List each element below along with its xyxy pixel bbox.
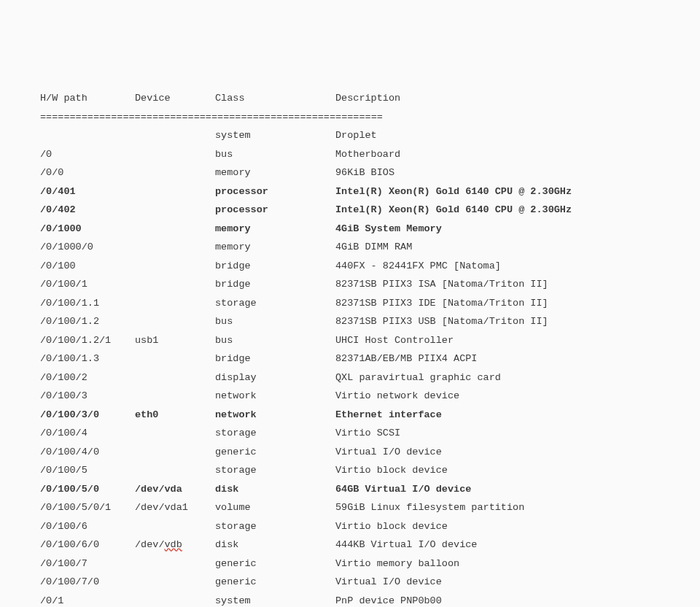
table-row: /0/402processorIntel(R) Xeon(R) Gold 614…: [40, 201, 660, 220]
cell-desc: 82371SB PIIX3 ISA [Natoma/Triton II]: [335, 275, 660, 294]
cell-class: bus: [215, 145, 335, 164]
cell-device: [135, 201, 215, 220]
lshw-output: H/W pathDeviceClassDescription==========…: [40, 89, 660, 607]
cell-device: [135, 257, 215, 276]
table-row: /0/100/6storageVirtio block device: [40, 517, 660, 536]
cell-desc: Virtual I/O device: [335, 573, 660, 592]
cell-class: storage: [215, 517, 335, 536]
cell-desc: 440FX - 82441FX PMC [Natoma]: [335, 257, 660, 276]
cell-path: /0/100/1.3: [40, 349, 135, 368]
cell-desc: QXL paravirtual graphic card: [335, 368, 660, 387]
cell-device: [135, 238, 215, 257]
cell-path: /0/402: [40, 201, 135, 220]
cell-path: /0/100/5/0/1: [40, 498, 135, 517]
cell-desc: Motherboard: [335, 145, 660, 164]
col-device: Device: [135, 89, 215, 108]
table-row: /0/1000memory4GiB System Memory: [40, 220, 660, 239]
cell-path: /0/100/5: [40, 461, 135, 480]
cell-class: network: [215, 406, 335, 425]
cell-path: /0/100/6/0: [40, 536, 135, 554]
cell-path: /0/1: [40, 592, 135, 608]
cell-desc: PnP device PNP0b00: [335, 592, 660, 608]
cell-desc: 82371SB PIIX3 IDE [Natoma/Triton II]: [335, 294, 660, 313]
cell-desc: Intel(R) Xeon(R) Gold 6140 CPU @ 2.30GHz: [335, 201, 660, 220]
table-row: /0/100bridge440FX - 82441FX PMC [Natoma]: [40, 257, 660, 276]
cell-class: network: [215, 387, 335, 406]
cell-desc: UHCI Host Controller: [335, 331, 660, 350]
table-row: /0busMotherboard: [40, 145, 660, 164]
cell-device: [135, 554, 215, 573]
table-row: /0/100/6/0/dev/vdbdisk444KB Virtual I/O …: [40, 536, 660, 554]
cell-desc: 59GiB Linux filesystem partition: [335, 498, 660, 517]
cell-class: storage: [215, 461, 335, 480]
cell-device: [135, 387, 215, 406]
cell-desc: 82371SB PIIX3 USB [Natoma/Triton II]: [335, 312, 660, 331]
cell-class: system: [215, 126, 335, 145]
cell-desc: Virtio network device: [335, 387, 660, 406]
cell-path: /0/100/4/0: [40, 443, 135, 462]
cell-class: display: [215, 368, 335, 387]
cell-class: storage: [215, 294, 335, 313]
cell-class: bridge: [215, 275, 335, 294]
cell-class: storage: [215, 424, 335, 443]
cell-device: [135, 182, 215, 201]
table-row: /0/401processorIntel(R) Xeon(R) Gold 614…: [40, 182, 660, 201]
cell-path: /0/100/1: [40, 275, 135, 294]
cell-device: [135, 368, 215, 387]
table-row: /0/100/3networkVirtio network device: [40, 387, 660, 406]
cell-class: bridge: [215, 349, 335, 368]
table-row: /0/1000/0memory4GiB DIMM RAM: [40, 238, 660, 257]
cell-device: /dev/vda: [135, 480, 215, 499]
cell-class: system: [215, 592, 335, 608]
cell-desc: 444KB Virtual I/O device: [335, 536, 660, 554]
cell-desc: 64GB Virtual I/O device: [335, 480, 660, 499]
table-row: /0/100/5storageVirtio block device: [40, 461, 660, 480]
cell-class: disk: [215, 480, 335, 499]
cell-class: memory: [215, 220, 335, 239]
table-row: systemDroplet: [40, 126, 660, 145]
table-row: /0/100/1.1storage82371SB PIIX3 IDE [Nato…: [40, 294, 660, 313]
table-row: /0/100/2displayQXL paravirtual graphic c…: [40, 368, 660, 387]
cell-device: [135, 424, 215, 443]
cell-device: [135, 312, 215, 331]
cell-desc: 82371AB/EB/MB PIIX4 ACPI: [335, 349, 660, 368]
cell-path: [40, 126, 135, 145]
cell-desc: Intel(R) Xeon(R) Gold 6140 CPU @ 2.30GHz: [335, 182, 660, 201]
cell-path: /0/100/2: [40, 368, 135, 387]
cell-device: [135, 294, 215, 313]
table-row: /0/100/4/0genericVirtual I/O device: [40, 443, 660, 462]
cell-path: /0/401: [40, 182, 135, 201]
cell-desc: 96KiB BIOS: [335, 163, 660, 182]
table-row: /0/100/5/0/dev/vdadisk64GB Virtual I/O d…: [40, 480, 660, 499]
cell-device: [135, 517, 215, 536]
cell-path: /0/100/7/0: [40, 573, 135, 592]
cell-path: /0/1000: [40, 220, 135, 239]
cell-path: /0/100/1.2/1: [40, 331, 135, 350]
col-path: H/W path: [40, 89, 135, 108]
cell-desc: Virtio memory balloon: [335, 554, 660, 573]
cell-device: [135, 220, 215, 239]
table-header: H/W pathDeviceClassDescription: [40, 89, 660, 108]
table-row: /0/100/1.2bus82371SB PIIX3 USB [Natoma/T…: [40, 312, 660, 331]
cell-class: disk: [215, 536, 335, 554]
cell-class: generic: [215, 554, 335, 573]
cell-class: generic: [215, 573, 335, 592]
cell-desc: 4GiB DIMM RAM: [335, 238, 660, 257]
cell-path: /0: [40, 145, 135, 164]
table-row: /0/100/1bridge82371SB PIIX3 ISA [Natoma/…: [40, 275, 660, 294]
cell-desc: Virtio block device: [335, 517, 660, 536]
col-desc: Description: [335, 89, 660, 108]
cell-device: [135, 275, 215, 294]
separator: ========================================…: [40, 108, 660, 127]
cell-desc: 4GiB System Memory: [335, 220, 660, 239]
cell-device: [135, 145, 215, 164]
cell-device: /dev/vda1: [135, 498, 215, 517]
cell-path: /0/1000/0: [40, 238, 135, 257]
table-row: /0/100/5/0/1/dev/vda1volume59GiB Linux f…: [40, 498, 660, 517]
cell-path: /0/100: [40, 257, 135, 276]
cell-class: memory: [215, 238, 335, 257]
cell-class: memory: [215, 163, 335, 182]
cell-desc: Droplet: [335, 126, 660, 145]
cell-class: bus: [215, 331, 335, 350]
table-row: /0/0memory96KiB BIOS: [40, 163, 660, 182]
